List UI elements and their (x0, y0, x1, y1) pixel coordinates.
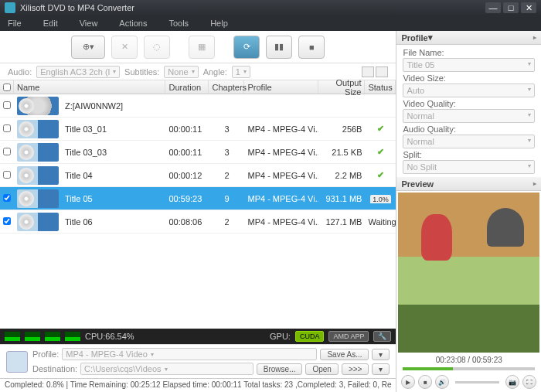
video-quality-select[interactable]: Normal (403, 109, 535, 123)
audio-select[interactable]: English AC3 2ch (l (36, 66, 120, 78)
col-status[interactable]: Status (365, 80, 396, 94)
table-row[interactable]: Title 0600:08:062MP4 - MPEG-4 Vi...127.1… (0, 210, 396, 233)
row-chapters: 2 (209, 171, 244, 180)
col-duration[interactable]: Duration (165, 80, 209, 94)
maximize-button[interactable]: □ (503, 2, 519, 13)
row-chapters: 3 (209, 124, 244, 134)
app-logo (5, 2, 15, 13)
table-row[interactable]: Title 0500:59:239MP4 - MPEG-4 Vi...931.1… (0, 187, 396, 210)
row-size: 2.2 MB (318, 171, 365, 180)
close-button[interactable]: ✕ (521, 2, 536, 13)
thumbnail (17, 213, 59, 231)
progress-badge: 1.0% (370, 195, 391, 203)
menu-view[interactable]: View (80, 19, 98, 28)
row-status: 1.0% (365, 194, 396, 203)
table-row[interactable]: Z:[AIW0NNW2] (0, 94, 396, 118)
table-row[interactable]: Title 03_0300:00:113MP4 - MPEG-4 Vi...21… (0, 141, 396, 164)
row-checkbox[interactable] (3, 217, 11, 225)
menubar: File Edit View Actions Tools Help (0, 15, 541, 31)
row-profile: MP4 - MPEG-4 Vi... (244, 217, 318, 227)
menu-actions[interactable]: Actions (119, 19, 147, 28)
thumbnail (17, 189, 59, 208)
col-chapters[interactable]: Chapters (209, 80, 244, 94)
table-row[interactable]: Title 0400:00:122MP4 - MPEG-4 Vi...2.2 M… (0, 164, 396, 187)
minimize-button[interactable]: — (485, 2, 501, 13)
row-checkbox[interactable] (3, 148, 11, 155)
stop-preview-button[interactable]: ■ (418, 375, 432, 389)
clear-button[interactable]: ◌ (144, 36, 170, 59)
titlebar: Xilisoft DVD to MP4 Converter — □ ✕ (0, 0, 541, 15)
delete-button[interactable]: ✕ (111, 36, 138, 59)
file-name-input[interactable]: Title 05 (403, 58, 535, 72)
row-name: Title 06 (62, 217, 165, 227)
fullscreen-button[interactable]: ⛶ (522, 375, 536, 389)
dest-menu-button[interactable]: ▾ (372, 363, 390, 375)
audio-quality-select[interactable]: Normal (403, 135, 535, 148)
row-checkbox[interactable] (3, 124, 11, 132)
angle-label: Angle: (203, 67, 227, 77)
video-size-select[interactable]: Auto (403, 84, 535, 97)
row-duration: 00:59:23 (165, 194, 209, 203)
convert-button[interactable]: ⟳ (233, 36, 260, 59)
row-status: ✔ (365, 170, 396, 180)
view-grid-button[interactable] (376, 66, 388, 77)
profile-menu-button[interactable]: ▾ (372, 349, 390, 360)
preview-panel-header[interactable]: Preview (396, 177, 541, 191)
row-size: 256B (318, 124, 365, 134)
row-checkbox[interactable] (3, 101, 11, 109)
row-duration: 00:00:12 (165, 171, 209, 180)
dest-input[interactable]: C:\Users\cqs\Videos (80, 363, 253, 375)
check-icon: ✔ (377, 147, 384, 156)
gpu-label: GPU: (270, 332, 291, 341)
angle-select[interactable]: 1 (232, 66, 250, 78)
row-chapters: 2 (209, 217, 244, 227)
mute-button[interactable]: 🔊 (435, 375, 449, 389)
menu-help[interactable]: Help (210, 19, 228, 28)
cpu-graph (65, 332, 80, 341)
row-name: Title 05 (62, 194, 165, 203)
save-as-button[interactable]: Save As... (320, 349, 369, 360)
col-name[interactable]: Name (14, 80, 165, 94)
row-size: 931.1 MB (318, 194, 365, 203)
menu-file[interactable]: File (8, 19, 22, 28)
subtitles-select[interactable]: None (164, 66, 198, 78)
view-list-button[interactable] (362, 66, 374, 77)
split-select[interactable]: No Split (403, 160, 535, 174)
select-all-checkbox[interactable] (3, 84, 11, 91)
clip-button[interactable]: ▦ (189, 36, 215, 59)
col-output-size[interactable]: Output Size (318, 80, 365, 94)
row-duration: 00:00:11 (165, 124, 209, 134)
amd-badge[interactable]: AMD APP (328, 331, 369, 342)
snapshot-button[interactable]: 📷 (505, 375, 519, 389)
settings-icon[interactable]: 🔧 (373, 331, 391, 342)
play-button[interactable]: ▶ (401, 375, 415, 389)
preview-slider[interactable] (403, 367, 535, 370)
row-size: 127.1 MB (318, 217, 365, 227)
row-chapters: 3 (209, 148, 244, 157)
row-status: ✔ (365, 147, 396, 157)
check-icon: ✔ (377, 170, 384, 179)
browse-button[interactable]: Browse... (257, 363, 303, 375)
pause-button[interactable]: ▮▮ (266, 36, 292, 59)
video-quality-label: Video Quality: (403, 99, 535, 108)
col-profile[interactable]: Profile (244, 80, 318, 94)
stop-button[interactable]: ■ (298, 36, 325, 59)
row-checkbox[interactable] (3, 194, 11, 202)
table-body: Z:[AIW0NNW2]Title 03_0100:00:113MP4 - MP… (0, 94, 396, 329)
row-name: Title 03_03 (62, 148, 165, 157)
row-checkbox[interactable] (3, 171, 11, 179)
table-row[interactable]: Title 03_0100:00:113MP4 - MPEG-4 Vi...25… (0, 118, 396, 141)
open-button[interactable]: Open (305, 363, 338, 375)
profile-select[interactable]: MP4 - MPEG-4 Video (62, 348, 317, 360)
add-button[interactable]: ⊕▾ (71, 36, 105, 59)
status-bar: Completed: 0.8% | Time Remaining: 00:25:… (0, 378, 396, 392)
cuda-badge[interactable]: CUDA (295, 331, 325, 342)
check-icon: ✔ (377, 124, 384, 133)
menu-tools[interactable]: Tools (168, 19, 189, 28)
menu-edit[interactable]: Edit (43, 19, 58, 28)
preview-frame (398, 193, 539, 353)
volume-slider[interactable] (455, 381, 499, 383)
cpu-graph (25, 332, 40, 341)
profile-panel-header[interactable]: Profile ▾ (396, 31, 541, 45)
more-button[interactable]: >>> (342, 363, 369, 375)
